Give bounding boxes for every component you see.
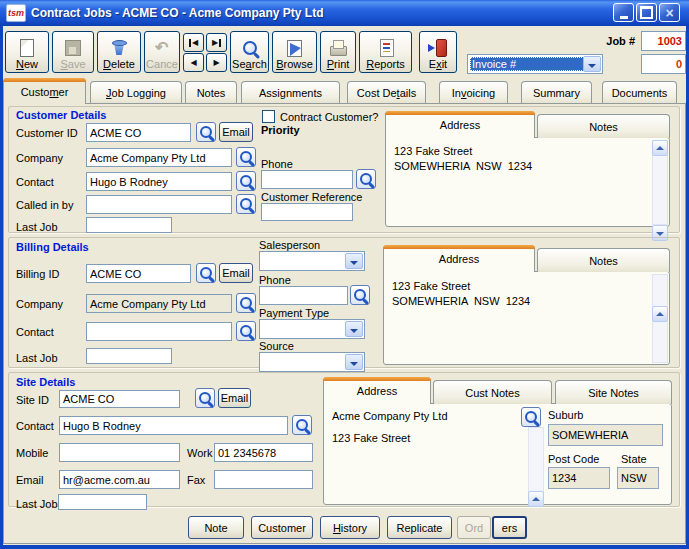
- billing-panel-tab-notes[interactable]: Notes: [537, 248, 670, 272]
- new-button[interactable]: New: [5, 31, 49, 73]
- job-number-field[interactable]: [641, 31, 686, 51]
- site-id-field[interactable]: [59, 390, 180, 408]
- billing-panel-tab-address[interactable]: Address: [383, 245, 535, 272]
- print-button[interactable]: Print: [320, 31, 356, 73]
- site-details-heading: Site Details: [16, 376, 75, 388]
- customer-panel-tab-address[interactable]: Address: [385, 111, 535, 138]
- customer-panel-tab-notes[interactable]: Notes: [537, 114, 670, 138]
- tab-cost-details[interactable]: Cost Details: [347, 81, 426, 103]
- site-panel-tab-cust-notes[interactable]: Cust Notes: [433, 380, 552, 404]
- exit-button[interactable]: Exit: [419, 31, 457, 73]
- billing-last-job-field[interactable]: [86, 348, 172, 364]
- invoice-number-select[interactable]: Invoice #: [467, 54, 603, 74]
- tab-invoicing[interactable]: Invoicing: [439, 81, 508, 103]
- billing-company-field[interactable]: [86, 294, 232, 313]
- billing-contact-lookup-button[interactable]: [236, 321, 256, 341]
- lookup-magnifier-icon: [240, 175, 252, 187]
- site-panel-tab-site-notes[interactable]: Site Notes: [555, 380, 672, 404]
- state-field[interactable]: [617, 467, 659, 489]
- billing-company-lookup-button[interactable]: [236, 293, 256, 313]
- salesperson-select[interactable]: [259, 251, 365, 271]
- contract-customer-checkbox[interactable]: [262, 110, 275, 123]
- salesperson-label: Salesperson: [259, 239, 320, 251]
- nav-last-button[interactable]: ▶: [206, 33, 227, 52]
- nav-next-button[interactable]: ▶: [206, 53, 227, 72]
- tab-job-logging[interactable]: Job Logging: [90, 81, 182, 103]
- customer-last-job-field[interactable]: [86, 217, 172, 233]
- work-phone-field[interactable]: [214, 443, 313, 462]
- customer-contact-label: Contact: [16, 176, 54, 188]
- history-button[interactable]: History: [320, 516, 380, 539]
- billing-phone-lookup-button[interactable]: [350, 285, 370, 305]
- mobile-field[interactable]: [59, 443, 180, 462]
- customer-reference-field[interactable]: [261, 203, 353, 221]
- tab-assignments[interactable]: Assignments: [241, 81, 340, 103]
- post-code-field[interactable]: [548, 467, 610, 489]
- nav-prev-button[interactable]: ◀: [183, 53, 204, 72]
- combo-arrow-icon[interactable]: [583, 56, 601, 72]
- new-page-icon: [16, 38, 38, 58]
- site-panel-tab-address[interactable]: Address: [323, 377, 431, 404]
- fax-field[interactable]: [214, 470, 313, 489]
- payment-type-select[interactable]: [259, 319, 365, 339]
- close-button[interactable]: ×: [659, 3, 680, 22]
- tab-customer[interactable]: Customer: [3, 78, 86, 104]
- source-select[interactable]: [259, 352, 365, 372]
- scroll-up-icon[interactable]: [652, 306, 668, 322]
- site-address-scrollbar[interactable]: [528, 427, 544, 495]
- customer-company-field[interactable]: [86, 148, 232, 167]
- customer-phone-lookup-button[interactable]: [356, 169, 376, 189]
- maximize-button[interactable]: [636, 3, 657, 22]
- combo-arrow-icon[interactable]: [345, 253, 363, 269]
- site-email-field[interactable]: [59, 470, 180, 489]
- scroll-up-icon[interactable]: [652, 140, 668, 156]
- site-last-job-field[interactable]: [58, 494, 147, 510]
- orders-button-disabled[interactable]: Ord: [457, 516, 491, 539]
- customer-phone-field[interactable]: [261, 170, 353, 189]
- reports-button[interactable]: Reports: [359, 31, 412, 73]
- nav-first-button[interactable]: ◀: [183, 33, 204, 52]
- customer-contact-field[interactable]: [86, 172, 232, 191]
- site-id-lookup-button[interactable]: [195, 388, 215, 408]
- browse-folder-icon: [284, 38, 306, 58]
- invoice-number-field[interactable]: [641, 54, 686, 74]
- customer-id-field[interactable]: [86, 123, 191, 142]
- note-button[interactable]: Note: [188, 516, 244, 539]
- customer-company-lookup-button[interactable]: [236, 147, 256, 167]
- site-address-lookup-button[interactable]: [521, 407, 541, 427]
- billing-id-field[interactable]: [86, 264, 191, 283]
- customer-contact-lookup-button[interactable]: [236, 171, 256, 191]
- billing-email-button[interactable]: Email: [219, 263, 253, 283]
- tab-summary[interactable]: Summary: [521, 81, 592, 103]
- payment-type-label: Payment Type: [259, 307, 329, 319]
- delete-button[interactable]: Delete: [97, 31, 141, 73]
- customer-email-button[interactable]: Email: [219, 122, 253, 142]
- scroll-up-icon[interactable]: [528, 491, 544, 507]
- tab-documents[interactable]: Documents: [602, 81, 677, 103]
- lookup-magnifier-icon: [360, 173, 372, 185]
- site-email-button[interactable]: Email: [218, 388, 251, 408]
- replicate-button[interactable]: Replicate: [387, 516, 452, 539]
- save-button[interactable]: Save: [52, 31, 94, 73]
- minimize-button[interactable]: [613, 3, 634, 22]
- billing-id-lookup-button[interactable]: [196, 263, 216, 283]
- called-in-by-lookup-button[interactable]: [236, 194, 256, 214]
- window-border-bottom: [0, 545, 689, 549]
- tab-notes[interactable]: Notes: [185, 81, 237, 103]
- browse-button[interactable]: Browse: [272, 31, 317, 73]
- search-button[interactable]: Search: [230, 31, 269, 73]
- billing-phone-field[interactable]: [259, 286, 348, 305]
- called-in-by-field[interactable]: [86, 195, 232, 214]
- ers-button[interactable]: ers: [492, 516, 527, 539]
- combo-arrow-icon[interactable]: [345, 321, 363, 337]
- combo-arrow-icon[interactable]: [345, 354, 363, 370]
- cancel-button[interactable]: Cance: [144, 31, 180, 73]
- customer-id-lookup-button[interactable]: [196, 122, 216, 142]
- save-floppy-icon: [62, 38, 84, 58]
- suburb-field[interactable]: [548, 424, 663, 446]
- site-contact-lookup-button[interactable]: [292, 415, 312, 435]
- minimize-icon: [620, 16, 628, 19]
- billing-contact-field[interactable]: [86, 322, 232, 341]
- site-contact-field[interactable]: [59, 416, 288, 435]
- customer-button[interactable]: Customer: [251, 516, 313, 539]
